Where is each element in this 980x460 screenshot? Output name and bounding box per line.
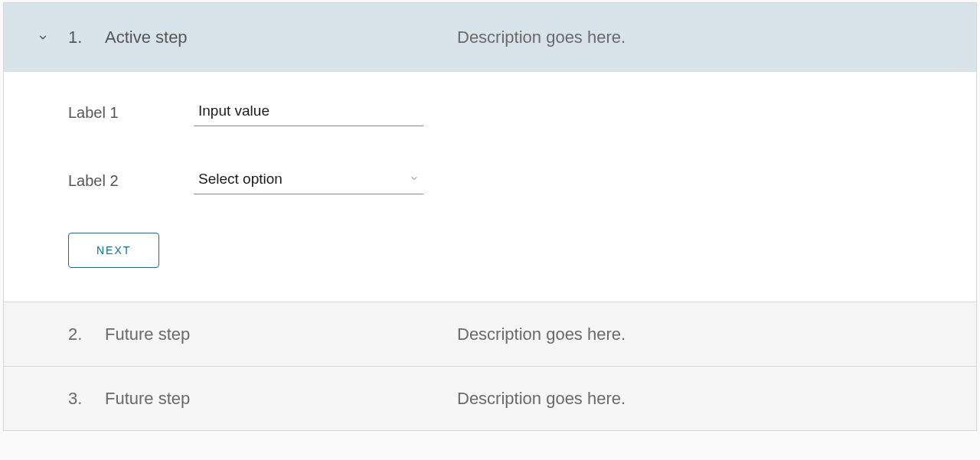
step-number-2: 2. [68, 325, 105, 344]
step-body-1: Label 1 Label 2 Select option NEXT [4, 72, 976, 302]
label-2: Label 2 [68, 172, 194, 190]
step-header-3[interactable]: 3. Future step Description goes here. [4, 366, 976, 430]
chevron-down-icon [38, 32, 54, 43]
step-description-1: Description goes here. [457, 28, 626, 47]
step-description-2: Description goes here. [457, 325, 626, 344]
step-title-1: Active step [105, 28, 457, 47]
chevron-down-icon [410, 172, 419, 186]
step-header-2[interactable]: 2. Future step Description goes here. [4, 302, 976, 366]
input-1[interactable] [194, 100, 423, 126]
select-value: Select option [198, 171, 283, 188]
step-header-1[interactable]: 1. Active step Description goes here. [4, 3, 976, 72]
form-row-1: Label 1 [68, 100, 976, 126]
step-title-3: Future step [105, 389, 457, 409]
step-description-3: Description goes here. [457, 389, 626, 409]
step-title-2: Future step [105, 325, 457, 344]
select-option[interactable]: Select option [194, 168, 423, 194]
stepper-container: 1. Active step Description goes here. La… [3, 2, 977, 431]
form-row-2: Label 2 Select option [68, 168, 976, 194]
step-number-3: 3. [68, 389, 105, 409]
next-button[interactable]: NEXT [68, 233, 159, 268]
step-number-1: 1. [68, 28, 105, 47]
label-1: Label 1 [68, 104, 194, 122]
